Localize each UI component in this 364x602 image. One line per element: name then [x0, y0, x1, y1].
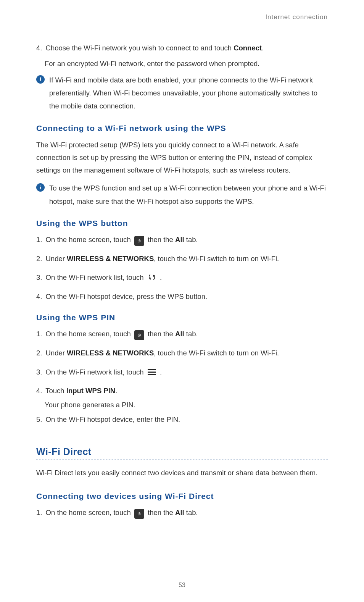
wps-button-step-1: 1. On the home screen, touch then the Al…: [36, 234, 328, 246]
wps-pin-step-3: 3. On the Wi-Fi network list, touch .: [36, 366, 328, 378]
wifi-direct-para: Wi-Fi Direct lets you easily connect two…: [36, 466, 328, 479]
wps-button-step-4: 4. On the Wi-Fi hotspot device, press th…: [36, 291, 328, 302]
all-tab-label: All: [175, 236, 184, 244]
svg-rect-6: [148, 374, 156, 375]
connect-label: Connect: [234, 44, 262, 52]
heading-wps-connect: Connecting to a Wi-Fi network using the …: [36, 124, 328, 133]
settings-icon: [134, 236, 144, 246]
dotted-divider: [36, 459, 328, 460]
wps-pin-step-4: 4. Touch Input WPS PIN.: [36, 385, 328, 397]
step-4: 4. Choose the Wi-Fi network you wish to …: [36, 42, 328, 54]
page-content: Internet connection 4. Choose the Wi-Fi …: [0, 0, 364, 519]
wps-connect-para: The Wi-Fi protected setup (WPS) lets you…: [36, 139, 328, 177]
wps-button-steps: 1. On the home screen, touch then the Al…: [36, 234, 328, 302]
all-tab-label: All: [175, 330, 184, 338]
page-header: Internet connection: [36, 13, 328, 21]
menu-icon: [147, 368, 156, 376]
wps-arrows-icon: [147, 273, 156, 281]
svg-point-8: [139, 513, 140, 514]
svg-rect-4: [148, 369, 156, 370]
wps-pin-step-1: 1. On the home screen, touch then the Al…: [36, 328, 328, 340]
svg-point-1: [139, 240, 140, 241]
input-wps-pin-label: Input WPS PIN: [66, 387, 115, 395]
svg-point-3: [139, 335, 140, 336]
wps-pin-step-2: 2. Under WIRELESS & NETWORKS, touch the …: [36, 347, 328, 359]
step-text: Choose the Wi-Fi network you wish to con…: [46, 44, 264, 52]
heading-wifi-direct: Wi-Fi Direct: [36, 446, 328, 459]
svg-rect-5: [148, 371, 156, 373]
wifi-direct-step-1: 1. On the home screen, touch then the Al…: [36, 507, 328, 519]
heading-wps-pin: Using the WPS PIN: [36, 313, 328, 322]
info-icon: i: [36, 75, 45, 84]
info-text: If Wi-Fi and mobile data are both enable…: [49, 74, 328, 113]
info-note-2: i To use the WPS function and set up a W…: [36, 182, 328, 208]
settings-icon: [134, 509, 144, 519]
wps-pin-step-5: 5. On the Wi-Fi hotspot device, enter th…: [36, 413, 328, 425]
wireless-networks-label: WIRELESS & NETWORKS: [67, 349, 154, 357]
step-number: 4.: [36, 44, 42, 52]
wireless-networks-label: WIRELESS & NETWORKS: [67, 255, 154, 263]
heading-wifi-direct-connecting: Connecting two devices using Wi-Fi Direc…: [36, 492, 328, 501]
wps-button-step-3: 3. On the Wi-Fi network list, touch .: [36, 271, 328, 283]
wps-pin-steps: 1. On the home screen, touch then the Al…: [36, 328, 328, 425]
wps-button-step-2: 2. Under WIRELESS & NETWORKS, touch the …: [36, 253, 328, 265]
info-text: To use the WPS function and set up a Wi-…: [49, 182, 328, 208]
info-note-1: i If Wi-Fi and mobile data are both enab…: [36, 74, 328, 113]
step-4-sub: For an encrypted Wi-Fi network, enter th…: [45, 58, 328, 69]
heading-wps-button: Using the WPS button: [36, 219, 328, 228]
info-icon: i: [36, 183, 45, 192]
page-number: 53: [0, 582, 364, 589]
all-tab-label: All: [175, 508, 184, 516]
settings-icon: [134, 330, 144, 340]
wps-pin-step-4-sub: Your phone generates a PIN.: [45, 399, 328, 411]
